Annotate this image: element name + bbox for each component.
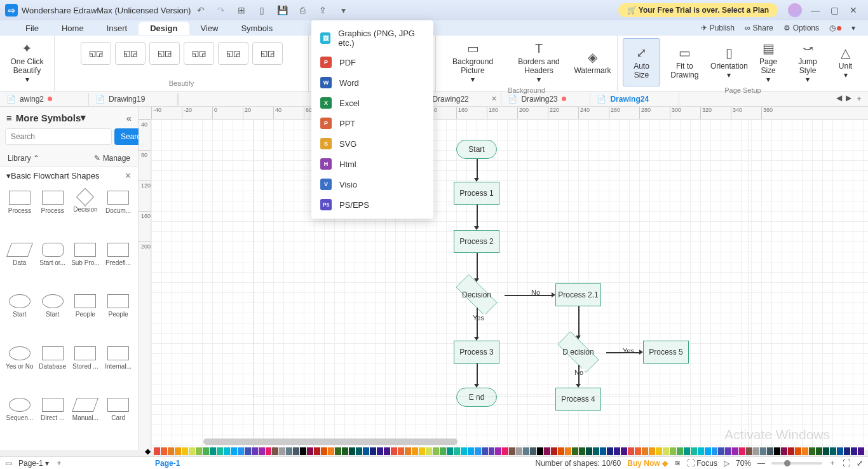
options-button[interactable]: ⚙Options — [783, 24, 819, 32]
color-swatch[interactable] — [509, 447, 515, 455]
shape-item[interactable]: Sequen... — [4, 395, 36, 446]
shape-item[interactable]: People — [70, 292, 102, 343]
shape-item[interactable]: Sub Pro... — [70, 240, 102, 291]
doc-tab-active[interactable]: 📄Drawing24 — [590, 93, 679, 105]
color-swatch[interactable] — [656, 447, 662, 455]
color-swatch[interactable] — [300, 447, 306, 455]
menu-design[interactable]: Design — [139, 22, 189, 35]
color-swatch[interactable] — [245, 447, 251, 455]
flowchart-decision1[interactable]: Decision — [449, 282, 505, 308]
color-swatch[interactable] — [635, 447, 641, 455]
color-swatch[interactable] — [231, 447, 237, 455]
library-dropdown[interactable]: Library ⌃ — [8, 154, 39, 163]
color-swatch[interactable] — [328, 447, 334, 455]
color-swatch[interactable] — [837, 447, 843, 455]
zoom-in-button[interactable]: ＋ — [829, 458, 836, 468]
color-swatch[interactable] — [384, 447, 390, 455]
flowchart-process21[interactable]: Process 2.1 — [555, 283, 601, 306]
color-swatch[interactable] — [593, 447, 599, 455]
export-graphics[interactable]: 🖼Graphics (PNG, JPG etc.) — [311, 24, 433, 52]
color-swatch[interactable] — [279, 447, 285, 455]
share-button[interactable]: ∞Share — [745, 24, 773, 32]
theme-gallery[interactable]: ◱◲ ◱◲ ◱◲ ◱◲ ◱◲ ◱◲ — [78, 38, 285, 69]
color-swatch[interactable] — [342, 447, 348, 455]
export-visio[interactable]: VVisio — [311, 174, 433, 194]
color-swatch[interactable] — [203, 447, 209, 455]
symbol-search-input[interactable] — [5, 128, 112, 145]
color-swatch[interactable] — [530, 447, 536, 455]
color-swatch[interactable] — [433, 447, 439, 455]
color-swatch[interactable] — [781, 447, 787, 455]
orientation-button[interactable]: ▯Orientation ▾ — [709, 38, 749, 86]
shape-item[interactable]: Database — [37, 344, 69, 395]
color-swatch[interactable] — [426, 447, 432, 455]
close-button[interactable]: ✕ — [844, 5, 863, 15]
color-swatch[interactable] — [684, 447, 690, 455]
color-swatch[interactable] — [314, 447, 320, 455]
menu-home[interactable]: Home — [50, 22, 95, 35]
color-swatch[interactable] — [398, 447, 404, 455]
theme-thumb[interactable]: ◱◲ — [218, 42, 248, 65]
drawing-canvas[interactable]: Start Process 1 Process 2 Decision Yes N… — [151, 119, 868, 450]
color-swatch[interactable] — [272, 447, 278, 455]
menu-file[interactable]: File — [14, 22, 50, 35]
menu-symbols[interactable]: Symbols — [229, 22, 284, 35]
color-swatch[interactable] — [210, 447, 216, 455]
export-button[interactable]: ⇪ — [315, 3, 330, 18]
color-swatch[interactable] — [809, 447, 815, 455]
color-swatch[interactable] — [454, 447, 460, 455]
color-swatch[interactable] — [816, 447, 822, 455]
shape-item[interactable]: People — [102, 292, 134, 343]
color-swatch[interactable] — [189, 447, 195, 455]
color-swatch[interactable] — [774, 447, 780, 455]
color-swatch[interactable] — [217, 447, 223, 455]
color-swatch[interactable] — [440, 447, 446, 455]
zoom-slider[interactable] — [771, 462, 822, 465]
collapse-sidebar-icon[interactable]: « — [126, 112, 132, 123]
color-swatch[interactable] — [705, 447, 711, 455]
theme-thumb[interactable]: ◱◲ — [184, 42, 214, 65]
theme-thumb[interactable]: ◱◲ — [252, 42, 283, 65]
tab-scroll-left[interactable]: ◀ — [836, 93, 842, 104]
color-swatch[interactable] — [482, 447, 488, 455]
flowchart-start[interactable]: Start — [456, 140, 497, 159]
manage-button[interactable]: ✎ Manage — [94, 154, 130, 163]
focus-mode-button[interactable]: ⛶ Focus — [687, 459, 717, 468]
color-swatch[interactable] — [607, 447, 613, 455]
eyedropper-icon[interactable]: ◆ — [145, 447, 151, 456]
color-swatch[interactable] — [523, 447, 529, 455]
flowchart-process2[interactable]: Process 2 — [454, 230, 499, 253]
color-swatch[interactable] — [516, 447, 522, 455]
tab-close-icon[interactable]: ✕ — [491, 95, 497, 103]
shape-item[interactable]: Data — [4, 240, 36, 291]
color-swatch[interactable] — [795, 447, 801, 455]
color-swatch[interactable] — [537, 447, 543, 455]
trial-banner[interactable]: 🛒 Your Free Trial is over. Select a Plan — [618, 3, 778, 17]
color-swatch[interactable] — [182, 447, 188, 455]
theme-thumb[interactable]: ◱◲ — [115, 42, 146, 65]
export-excel[interactable]: XExcel — [311, 93, 433, 113]
flowchart-process3[interactable]: Process 3 — [454, 341, 499, 364]
doc-tab[interactable]: 📄awing2 — [0, 93, 89, 105]
color-swatch[interactable] — [377, 447, 383, 455]
color-swatch[interactable] — [412, 447, 418, 455]
color-swatch[interactable] — [753, 447, 759, 455]
color-swatch[interactable] — [572, 447, 578, 455]
color-swatch[interactable] — [851, 447, 857, 455]
section-close-icon[interactable]: ✕ — [125, 171, 132, 180]
color-swatch[interactable] — [544, 447, 550, 455]
color-swatch[interactable] — [175, 447, 181, 455]
fullscreen-icon[interactable]: ⤢ — [857, 459, 863, 468]
color-swatch[interactable] — [760, 447, 766, 455]
save-button[interactable]: 💾 — [275, 3, 290, 18]
menu-view[interactable]: View — [189, 22, 230, 35]
tab-add[interactable]: ＋ — [855, 93, 863, 104]
flowchart-process4[interactable]: Process 4 — [555, 388, 601, 411]
chevron-down-icon[interactable]: ▾ — [81, 112, 86, 123]
print-button[interactable]: ⎙ — [295, 3, 310, 18]
color-swatch[interactable] — [586, 447, 592, 455]
export-svg[interactable]: SSVG — [311, 133, 433, 154]
color-swatch[interactable] — [579, 447, 585, 455]
export-ppt[interactable]: PPPT — [311, 113, 433, 133]
flowchart-decision2[interactable]: D ecision — [550, 339, 606, 365]
